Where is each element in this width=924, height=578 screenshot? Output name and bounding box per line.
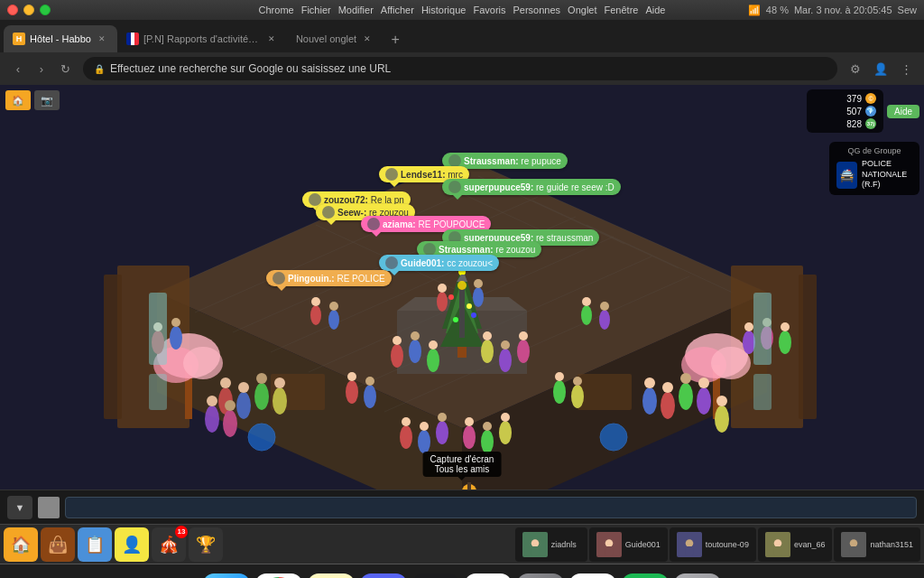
svg-point-112 [473, 287, 484, 307]
help-button[interactable]: Aide [887, 105, 919, 118]
menu-modifier[interactable]: Modifier [338, 5, 374, 15]
svg-point-116 [170, 326, 182, 350]
friend-item-toutoune[interactable]: toutoune-09 [670, 527, 756, 562]
menu-aide[interactable]: Aide [645, 5, 665, 15]
svg-rect-129 [467, 482, 471, 489]
titlebar-right: 📶 48 % Mar. 3 nov. à 20:05:45 Sew [748, 5, 917, 16]
svg-point-44 [600, 424, 627, 451]
dock-chrome[interactable] [255, 573, 302, 579]
toolbar-achievements-icon[interactable]: 🏆 [189, 527, 223, 562]
toolbar-hotel-icon[interactable]: 🏠 [4, 527, 38, 562]
profile-button[interactable]: 👤 [870, 58, 892, 79]
svg-point-47 [457, 281, 467, 290]
minimize-button[interactable] [23, 5, 34, 15]
svg-point-93 [420, 422, 429, 431]
svg-point-107 [582, 297, 591, 306]
dock-finder[interactable] [203, 573, 250, 579]
svg-point-76 [481, 340, 494, 363]
svg-rect-137 [774, 546, 782, 555]
svg-rect-42 [578, 374, 632, 410]
dock-trash[interactable]: 🗑️ [674, 573, 721, 579]
extensions-button[interactable]: ⚙ [845, 58, 866, 79]
chat-settings-button[interactable]: ▼ [7, 496, 32, 519]
svg-point-35 [153, 347, 199, 383]
side-panel: 379 © 507 💎 828 37j Aide QG de Groupe 🚔 … [825, 85, 924, 524]
menu-onglet[interactable]: Onglet [568, 5, 596, 15]
tab-new[interactable]: Nouvel onglet ✕ [287, 25, 383, 52]
svg-point-56 [205, 406, 219, 433]
chat-input[interactable] [65, 497, 917, 518]
friend-name-toutoune: toutoune-09 [706, 540, 749, 549]
svg-point-99 [483, 422, 492, 431]
url-bar[interactable]: 🔒 Effectuez une recherche sur Google ou … [83, 57, 837, 80]
nav-buttons: ‹ › ↻ [7, 58, 76, 79]
friend-item-evan66[interactable]: evan_66 [758, 527, 833, 562]
svg-marker-25 [446, 279, 478, 333]
tab-close-reports[interactable]: ✕ [265, 33, 278, 45]
svg-point-49 [220, 378, 231, 388]
dock-photos[interactable] [569, 573, 616, 579]
svg-point-30 [453, 317, 458, 322]
friend-name-evan66: evan_66 [794, 540, 826, 549]
toolbar-catalog-icon[interactable]: 📋 [78, 527, 112, 562]
dock-calendar[interactable]: NOV 3 [465, 573, 512, 579]
tab-favicon-reports [126, 33, 139, 45]
svg-point-57 [207, 396, 217, 406]
menu-personnes[interactable]: Personnes [513, 5, 560, 15]
svg-point-123 [781, 322, 790, 331]
hotel-view-button[interactable]: 🏠 [5, 90, 31, 110]
tab-habbo[interactable]: H Hôtel - Habbo ✕ [4, 25, 117, 52]
friend-item-nathan3151[interactable]: nathan3151 [834, 527, 920, 562]
dock-notes[interactable]: 📝 [308, 573, 355, 579]
toolbar-avatar-icon[interactable]: 👤 [115, 527, 149, 562]
toolbar-quests-icon[interactable]: 🎪 13 [152, 527, 186, 562]
toolbar-bag-icon[interactable]: 👜 [41, 527, 75, 562]
maximize-button[interactable] [40, 5, 51, 15]
menu-button[interactable]: ⋮ [895, 58, 917, 79]
close-button[interactable] [7, 5, 18, 15]
username: Sew [898, 5, 917, 15]
tab-close-new[interactable]: ✕ [361, 33, 374, 45]
tab-favicon-habbo: H [13, 33, 25, 45]
back-button[interactable]: ‹ [7, 58, 29, 79]
add-tab-button[interactable]: + [383, 27, 408, 52]
svg-point-73 [411, 331, 420, 340]
dock-sims[interactable] [622, 573, 669, 579]
tooltip-box: Capture d'écran Tous les amis [423, 452, 502, 477]
dock-settings[interactable]: ⚙️ [517, 573, 564, 579]
group-panel[interactable]: QG de Groupe 🚔 POLICENATIONALE (R.F) [829, 142, 919, 195]
app-name: Chrome [259, 5, 294, 15]
coins-icon: © [865, 93, 876, 104]
svg-point-77 [483, 331, 492, 340]
svg-point-114 [152, 331, 164, 354]
camera-button[interactable]: 📷 [34, 90, 60, 110]
tab-close-habbo[interactable]: ✕ [96, 33, 108, 45]
svg-point-80 [517, 340, 530, 363]
svg-point-52 [254, 383, 269, 410]
svg-point-74 [427, 349, 439, 372]
svg-point-120 [761, 326, 773, 350]
friend-item-guide001[interactable]: Guide001 [589, 527, 668, 562]
svg-point-87 [555, 372, 564, 381]
friend-item-ziadnls[interactable]: ziadnls [515, 527, 587, 562]
forward-button[interactable]: › [31, 58, 52, 79]
svg-point-121 [762, 318, 772, 327]
menu-fenetre[interactable]: Fenêtre [605, 5, 639, 15]
svg-point-70 [391, 344, 403, 368]
svg-point-39 [681, 347, 726, 383]
dock-discord[interactable] [360, 573, 407, 579]
reload-button[interactable]: ↻ [54, 58, 76, 79]
svg-marker-24 [442, 266, 482, 329]
svg-point-71 [393, 336, 402, 345]
menu-fichier[interactable]: Fichier [301, 5, 331, 15]
dock-screenshot[interactable]: 📸 [412, 573, 459, 579]
duckets-row: 828 37j [814, 118, 876, 129]
menu-historique[interactable]: Historique [421, 5, 467, 15]
menu-favoris[interactable]: Favoris [473, 5, 505, 15]
svg-marker-46 [457, 275, 467, 282]
tab-reports[interactable]: [P.N] Rapports d'activités de ... ✕ [117, 25, 287, 52]
svg-rect-27 [457, 347, 467, 358]
svg-point-75 [429, 340, 438, 350]
menu-afficher[interactable]: Afficher [381, 5, 414, 15]
svg-point-51 [238, 382, 249, 393]
